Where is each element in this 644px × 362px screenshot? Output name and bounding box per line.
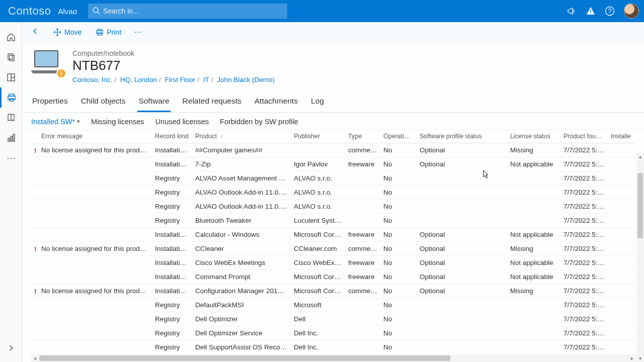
search-box[interactable] xyxy=(88,4,287,19)
tab-child-objects[interactable]: Child objects xyxy=(80,93,127,112)
scroll-left-icon[interactable]: ◂ xyxy=(31,354,39,362)
cell-kind: Installations xyxy=(152,284,192,298)
table-row[interactable]: RegistryDell OptimizerDellNo7/7/2022 5:1… xyxy=(31,312,636,326)
col-swprofile[interactable]: Software profile status xyxy=(417,130,507,143)
error-icon: ! xyxy=(34,287,37,295)
col-type[interactable]: Type xyxy=(345,130,380,143)
vertical-scroll-thumb[interactable] xyxy=(637,173,643,238)
crumb-4[interactable]: John Black (Demo) xyxy=(217,76,275,83)
cell-os: No xyxy=(380,214,417,228)
back-button[interactable] xyxy=(27,25,43,39)
object-title: NTB677 xyxy=(72,58,275,73)
crumb-2[interactable]: First Floor xyxy=(165,76,195,83)
side-nav-layout[interactable] xyxy=(0,67,22,87)
cell-type xyxy=(345,312,380,326)
cell-os: No xyxy=(380,284,417,298)
tab-related-requests[interactable]: Related requests xyxy=(182,93,243,112)
side-nav-expand[interactable] xyxy=(0,338,22,358)
brand-name[interactable]: Contoso xyxy=(4,5,55,18)
crumb-1[interactable]: HQ, London xyxy=(120,76,157,83)
cell-installed xyxy=(608,171,636,186)
table-row[interactable]: RegistryBluetooth TweakerLuculent System… xyxy=(31,214,636,228)
table-row[interactable]: RegistryDefaultPackMSIMicrosoftNo7/7/202… xyxy=(31,298,636,312)
cell-type: freeware xyxy=(345,270,380,284)
subtab-unused-licenses[interactable]: Unused licenses xyxy=(155,118,209,126)
horizontal-scroll-thumb[interactable] xyxy=(39,355,450,361)
cell-publisher xyxy=(291,143,345,157)
cell-license: Not applicable xyxy=(507,157,560,171)
table-row[interactable]: InstallationsCisco WebEx MeetingsCisco W… xyxy=(31,256,636,270)
cell-product: Dell Optimizer Service xyxy=(192,326,291,340)
side-nav-chart[interactable] xyxy=(0,128,22,148)
crumb-3[interactable]: IT xyxy=(203,76,209,83)
cell-product: Bluetooth Tweaker xyxy=(192,214,291,228)
cell-found: 7/7/2022 5:10 PI xyxy=(560,340,608,354)
tab-properties[interactable]: Properties xyxy=(31,93,69,112)
col-product[interactable]: Product ↑ xyxy=(192,130,291,143)
cell-license xyxy=(507,312,560,326)
alert-icon[interactable] xyxy=(586,6,596,16)
help-icon[interactable]: ? xyxy=(605,6,615,16)
scroll-right-icon[interactable]: ▸ xyxy=(628,354,636,362)
col-found[interactable]: Product found d xyxy=(560,130,608,143)
table-row[interactable]: Installations7-ZipIgor PavlovfreewareNoO… xyxy=(31,157,636,171)
col-error[interactable]: Error message xyxy=(31,130,152,143)
avatar[interactable] xyxy=(624,4,639,19)
move-button[interactable]: Move xyxy=(49,26,86,38)
subtab-installed-sw[interactable]: Installed SW* ▾ xyxy=(31,118,80,126)
table-row[interactable]: InstallationsCalculator - WindowsMicroso… xyxy=(31,228,636,242)
side-nav-book[interactable] xyxy=(0,108,22,128)
col-kind[interactable]: Record kind xyxy=(152,130,192,143)
side-nav-more[interactable]: ⋯ xyxy=(0,148,22,168)
side-nav-print[interactable] xyxy=(0,87,22,108)
print-button[interactable]: Print xyxy=(92,26,125,38)
megaphone-icon[interactable] xyxy=(567,6,577,16)
table-row[interactable]: InstallationsCommand PromptMicrosoft Cor… xyxy=(31,270,636,284)
cell-product: Command Prompt xyxy=(192,270,291,284)
tab-log[interactable]: Log xyxy=(310,93,325,112)
cell-error xyxy=(31,326,152,340)
cell-swprofile: Optional xyxy=(417,157,507,171)
col-installed[interactable]: Installe xyxy=(608,130,636,143)
more-commands[interactable]: ⋯ xyxy=(131,26,145,38)
cell-publisher: Dell Inc. xyxy=(291,340,345,354)
table-row[interactable]: !No license assigned for this product.In… xyxy=(31,143,636,157)
command-bar: Move Print ⋯ xyxy=(22,22,644,42)
software-table: Error message Record kind Product ↑ Publ… xyxy=(31,130,636,354)
brand-product[interactable]: Alvao xyxy=(55,7,77,16)
cell-license xyxy=(507,200,560,214)
vertical-scrollbar[interactable]: ▴ ▾ xyxy=(636,153,644,362)
cell-type: freeware xyxy=(345,157,380,171)
col-os[interactable]: Operating s xyxy=(380,130,417,143)
table-row[interactable]: RegistryALVAO Outlook Add-in 11.0.1087AL… xyxy=(31,186,636,200)
col-license[interactable]: License status xyxy=(507,130,560,143)
subtab-forbidden[interactable]: Forbidden by SW profile xyxy=(220,118,298,126)
tab-software[interactable]: Software xyxy=(137,93,170,112)
cell-publisher: Microsoft xyxy=(291,298,345,312)
side-nav-copy[interactable] xyxy=(0,47,22,67)
subtab-missing-licenses[interactable]: Missing licenses xyxy=(91,118,144,126)
cell-os: No xyxy=(380,326,417,340)
cell-os: No xyxy=(380,298,417,312)
scroll-down-icon[interactable]: ▾ xyxy=(636,354,644,362)
table-row[interactable]: !No license assigned for this product.In… xyxy=(31,242,636,256)
scroll-up-icon[interactable]: ▴ xyxy=(636,153,644,160)
table-row[interactable]: RegistryDell Optimizer ServiceDell Inc.N… xyxy=(31,326,636,340)
side-nav-home[interactable] xyxy=(0,27,22,47)
table-row[interactable]: RegistryALVAO Asset Management ConsoleAL… xyxy=(31,171,636,186)
table-area: Error message Record kind Product ↑ Publ… xyxy=(22,130,644,362)
table-row[interactable]: RegistryALVAO Outlook Add-in 11.0.113ALV… xyxy=(31,200,636,214)
search-input[interactable] xyxy=(100,7,283,15)
tab-attachments[interactable]: Attachments xyxy=(254,93,299,112)
cell-swprofile: Optional xyxy=(417,270,507,284)
horizontal-scrollbar[interactable]: ◂ ▸ xyxy=(31,354,636,362)
table-row[interactable]: !No license assigned for this product.In… xyxy=(31,284,636,298)
object-type: Computer/notebook xyxy=(72,49,275,57)
table-row[interactable]: RegistryDell SupportAssist OS Recovery P… xyxy=(31,340,636,354)
cell-os: No xyxy=(380,228,417,242)
svg-rect-6 xyxy=(8,54,13,59)
col-publisher[interactable]: Publisher xyxy=(291,130,345,143)
crumb-0[interactable]: Contoso, Inc. xyxy=(72,76,113,83)
cell-type xyxy=(345,171,380,186)
cell-installed xyxy=(608,157,636,171)
